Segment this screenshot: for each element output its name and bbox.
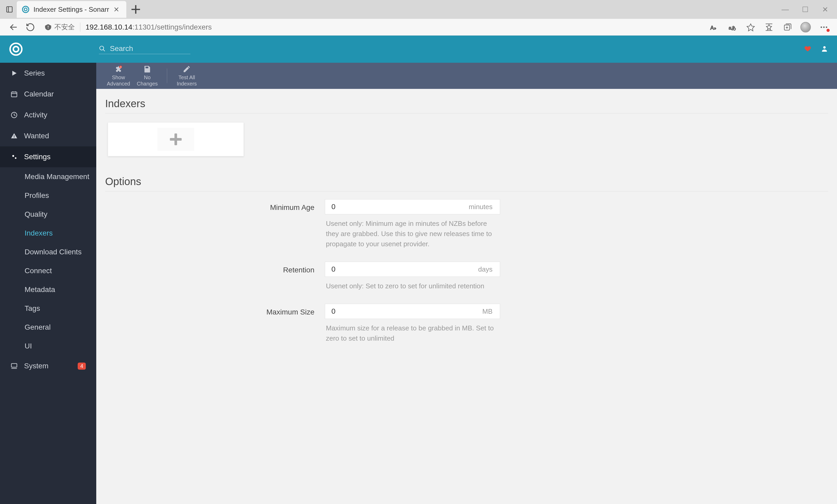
search-input[interactable] — [110, 44, 183, 53]
show-advanced-button[interactable]: ✕ Show Advanced — [104, 65, 133, 87]
svg-marker-13 — [766, 24, 772, 30]
minimize-button[interactable]: — — [781, 5, 790, 14]
favorite-icon[interactable] — [745, 22, 756, 33]
url-text: 192.168.10.14:11301/settings/indexers — [80, 23, 212, 31]
svg-rect-28 — [12, 92, 17, 97]
security-label: 不安全 — [54, 22, 75, 32]
play-icon — [11, 70, 18, 77]
indexer-cards — [105, 113, 828, 169]
user-icon[interactable] — [821, 45, 828, 53]
sidebar-label: Activity — [24, 111, 47, 119]
row-retention: Retention days Usenet only: Set to zero … — [105, 262, 828, 299]
site-security[interactable]: 不安全 — [42, 22, 80, 32]
test-all-button[interactable]: Test All Indexers — [172, 65, 201, 87]
minimum-age-input[interactable] — [325, 200, 461, 214]
sidebar-label: System — [24, 362, 48, 370]
puzzle-icon: ✕ — [114, 65, 123, 73]
unit-days: days — [471, 262, 500, 277]
svg-line-25 — [103, 50, 105, 51]
row-maximum-size: Maximum Size MB Maximum size for a relea… — [105, 304, 828, 351]
input-wrap-retention: days — [325, 262, 500, 277]
sidebar-sub-download[interactable]: Download Clients — [0, 243, 96, 261]
svg-point-34 — [15, 157, 17, 159]
retention-input[interactable] — [325, 262, 471, 277]
monitor-icon — [11, 362, 18, 370]
sidebar-item-series[interactable]: Series — [0, 63, 96, 83]
favorites-bar-icon[interactable] — [764, 22, 774, 33]
sidebar-item-wanted[interactable]: Wanted — [0, 126, 96, 146]
sidebar-label: Series — [24, 69, 45, 77]
close-tab-button[interactable] — [113, 6, 120, 13]
browser-chrome: Indexer Settings - Sonarr — ☐ ✕ 不安全 — [0, 0, 837, 36]
clock-icon — [11, 111, 18, 119]
address-bar: 不安全 192.168.10.14:11301/settings/indexer… — [0, 19, 837, 36]
browser-tab[interactable]: Indexer Settings - Sonarr — [17, 1, 126, 18]
label-minimum-age: Minimum Age — [105, 199, 325, 212]
sidebar-sub-connect[interactable]: Connect — [0, 261, 96, 280]
sidebar-sub-ui[interactable]: UI — [0, 337, 96, 356]
url-host: 192.168.10.14 — [86, 23, 132, 31]
collections-icon[interactable] — [782, 22, 793, 33]
content: ✕ Show Advanced No Changes Test All Inde… — [96, 63, 837, 504]
new-tab-button[interactable] — [128, 2, 143, 17]
profile-avatar[interactable] — [800, 22, 811, 33]
sidebar-sub-indexers[interactable]: Indexers — [0, 224, 96, 243]
row-minimum-age: Minimum Age minutes Usenet only: Minimum… — [105, 199, 828, 257]
maximum-size-input[interactable] — [325, 304, 475, 319]
tool-label-l2: Advanced — [107, 80, 130, 87]
help-retention: Usenet only: Set to zero to set for unli… — [325, 277, 500, 299]
warning-icon — [11, 132, 18, 139]
sidebar-sub-metadata[interactable]: Metadata — [0, 280, 96, 299]
svg-point-26 — [823, 46, 825, 49]
tab-actions-button[interactable] — [2, 2, 17, 17]
svg-point-21 — [826, 26, 827, 28]
add-indexer-card[interactable] — [108, 122, 244, 156]
svg-text:»: » — [714, 26, 716, 30]
back-button[interactable] — [5, 21, 22, 34]
maximize-button[interactable]: ☐ — [800, 5, 810, 14]
sidebar-item-settings[interactable]: Settings — [0, 146, 96, 167]
sidebar-sub-quality[interactable]: Quality — [0, 205, 96, 224]
content-toolbar: ✕ Show Advanced No Changes Test All Inde… — [96, 63, 837, 89]
svg-marker-27 — [12, 71, 17, 76]
svg-rect-35 — [12, 363, 17, 367]
refresh-button[interactable] — [22, 21, 39, 34]
search-wrap[interactable] — [99, 44, 191, 54]
input-wrap-minimum-age: minutes — [325, 199, 500, 214]
svg-point-2 — [22, 6, 29, 13]
tool-label-l2: Changes — [137, 80, 158, 87]
window-controls: — ☐ ✕ — [781, 5, 835, 14]
sidebar-sub-profiles[interactable]: Profiles — [0, 186, 96, 205]
svg-text:aあ: aあ — [729, 25, 736, 30]
svg-rect-40 — [170, 138, 182, 141]
sidebar-sub-general[interactable]: General — [0, 318, 96, 337]
svg-point-23 — [13, 46, 19, 52]
sidebar: Series Calendar Activity Wanted Settings… — [0, 63, 96, 504]
label-maximum-size: Maximum Size — [105, 304, 325, 316]
sidebar-item-system[interactable]: System 4 — [0, 356, 96, 376]
donate-icon[interactable] — [804, 45, 812, 53]
save-changes-button[interactable]: No Changes — [133, 65, 162, 87]
system-badge: 4 — [78, 362, 86, 370]
sidebar-sub-tags[interactable]: Tags — [0, 299, 96, 318]
svg-point-22 — [10, 43, 22, 55]
save-icon — [143, 65, 152, 73]
calendar-icon — [11, 90, 18, 98]
sidebar-sub-media[interactable]: Media Management — [0, 167, 96, 186]
svg-point-3 — [24, 8, 27, 11]
svg-marker-12 — [747, 24, 754, 31]
close-window-button[interactable]: ✕ — [820, 5, 830, 14]
menu-button[interactable] — [819, 22, 829, 33]
translate-icon[interactable]: aあ — [727, 22, 737, 33]
toolbar-separator — [167, 69, 167, 83]
unit-mb: MB — [475, 304, 500, 319]
options-form: Minimum Age minutes Usenet only: Minimum… — [105, 191, 828, 364]
read-aloud-icon[interactable]: A» — [709, 22, 719, 33]
url-box[interactable]: 不安全 192.168.10.14:11301/settings/indexer… — [42, 21, 706, 34]
sonarr-logo[interactable] — [9, 42, 23, 56]
plus-icon — [168, 131, 184, 147]
sidebar-item-activity[interactable]: Activity — [0, 105, 96, 126]
svg-text:A: A — [710, 24, 714, 30]
sidebar-item-calendar[interactable]: Calendar — [0, 83, 96, 105]
sidebar-label: Wanted — [24, 132, 49, 140]
